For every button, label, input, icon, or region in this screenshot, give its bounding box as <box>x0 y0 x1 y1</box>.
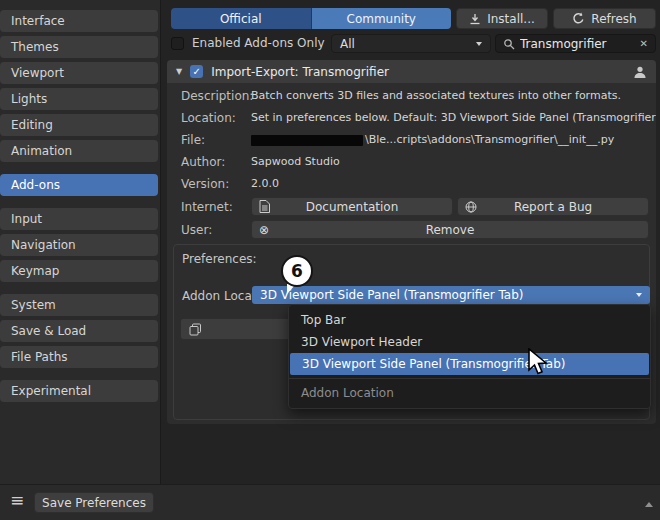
menu-item-3d-viewport-side-panel[interactable]: 3D Viewport Side Panel (Transmogrifier T… <box>290 353 649 375</box>
menu-footer-label: Addon Location <box>289 382 650 404</box>
addon-location-value: 3D Viewport Side Panel (Transmogrifier T… <box>260 288 524 302</box>
tab-official[interactable]: Official <box>171 8 311 29</box>
search-icon <box>503 38 515 50</box>
download-icon <box>469 13 481 25</box>
sidebar-item-experimental[interactable]: Experimental <box>0 380 158 402</box>
report-a-bug-label: Report a Bug <box>514 200 592 214</box>
copy-icon <box>189 323 202 336</box>
community-person-icon <box>633 65 647 79</box>
sidebar-item-navigation[interactable]: Navigation <box>0 234 158 256</box>
refresh-icon <box>572 12 585 25</box>
install-button[interactable]: Install... <box>456 8 548 29</box>
remove-label: Remove <box>426 223 475 237</box>
documentation-label: Documentation <box>306 200 399 214</box>
menu-item-3d-viewport-header[interactable]: 3D Viewport Header <box>289 331 650 353</box>
version-value: 2.0.0 <box>251 177 279 190</box>
description-row: Description: Batch converts 3D files and… <box>167 89 656 105</box>
enabled-addons-only-checkbox[interactable] <box>171 37 184 50</box>
description-value: Batch converts 3D files and associated t… <box>251 89 621 102</box>
sidebar-item-viewport[interactable]: Viewport <box>0 62 158 84</box>
sidebar-item-interface[interactable]: Interface <box>0 10 158 32</box>
preferences-sidebar: Interface Themes Viewport Lights Editing… <box>0 0 160 484</box>
author-value: Sapwood Studio <box>251 155 340 168</box>
clear-search-icon[interactable]: ✕ <box>640 39 648 49</box>
file-label: File: <box>181 133 205 147</box>
refresh-button[interactable]: Refresh <box>553 8 656 29</box>
author-label: Author: <box>181 155 225 169</box>
blender-preferences-window: Interface Themes Viewport Lights Editing… <box>0 0 660 520</box>
addons-panel: Official Community Install... Refresh En… <box>160 0 660 484</box>
sidebar-item-addons[interactable]: Add-ons <box>0 174 158 196</box>
preferences-label: Preferences: <box>182 252 257 266</box>
sidebar-item-input[interactable]: Input <box>0 208 158 230</box>
tab-community[interactable]: Community <box>311 8 452 29</box>
refresh-button-label: Refresh <box>591 12 636 26</box>
search-field[interactable]: ✕ <box>495 34 656 53</box>
version-row: Version: 2.0.0 <box>167 177 656 193</box>
scroll-up-icon[interactable] <box>645 502 653 507</box>
menu-item-top-bar[interactable]: Top Bar <box>289 309 650 331</box>
location-value: Set in preferences below. Default: 3D Vi… <box>251 111 656 124</box>
sidebar-group-gap <box>0 372 160 380</box>
user-label: User: <box>181 223 212 237</box>
sidebar-item-keymap[interactable]: Keymap <box>0 260 158 282</box>
sidebar-item-themes[interactable]: Themes <box>0 36 158 58</box>
save-preferences-button[interactable]: Save Preferences <box>34 492 154 513</box>
sidebar-group-gap <box>0 166 160 174</box>
annotation-step-badge: 6 <box>281 255 313 287</box>
globe-icon <box>465 201 477 213</box>
addon-location-dropdown[interactable]: 3D Viewport Side Panel (Transmogrifier T… <box>252 286 650 304</box>
sidebar-item-save-load[interactable]: Save & Load <box>0 320 158 342</box>
category-value: All <box>340 37 355 51</box>
install-button-label: Install... <box>487 12 535 26</box>
category-dropdown[interactable]: All <box>331 34 491 53</box>
sidebar-item-lights[interactable]: Lights <box>0 88 158 110</box>
chevron-down-icon <box>636 293 642 297</box>
search-input[interactable] <box>520 37 635 51</box>
remove-circle-icon: ⊗ <box>259 223 269 237</box>
addon-location-menu: Top Bar 3D Viewport Header 3D Viewport S… <box>288 304 651 409</box>
report-a-bug-button[interactable]: Report a Bug <box>457 197 649 216</box>
internet-label: Internet: <box>181 200 233 214</box>
redacted-text <box>251 135 363 146</box>
chevron-down-icon <box>476 42 482 46</box>
location-row: Location: Set in preferences below. Defa… <box>167 111 656 127</box>
mouse-cursor <box>526 348 550 380</box>
file-row: File: \Ble...cripts\addons\Transmogrifie… <box>167 133 656 149</box>
sidebar-group-gap <box>0 286 160 294</box>
sidebar-item-animation[interactable]: Animation <box>0 140 158 162</box>
addon-enable-checkbox[interactable]: ✓ <box>190 65 203 78</box>
version-label: Version: <box>181 177 229 191</box>
preferences-footer: ≡ Save Preferences <box>0 484 660 520</box>
sidebar-item-system[interactable]: System <box>0 294 158 316</box>
file-value: \Ble...cripts\addons\Transmogrifier\__in… <box>251 133 614 146</box>
sidebar-item-file-paths[interactable]: File Paths <box>0 346 158 368</box>
sidebar-group-gap <box>0 200 160 208</box>
addon-title: Import-Export: Transmogrifier <box>211 65 389 79</box>
document-icon <box>259 200 270 213</box>
addon-header[interactable]: ▼ ✓ Import-Export: Transmogrifier <box>167 60 656 83</box>
location-label: Location: <box>181 111 236 125</box>
remove-button[interactable]: ⊗ Remove <box>251 220 649 239</box>
menu-separator <box>289 378 650 379</box>
author-row: Author: Sapwood Studio <box>167 155 656 171</box>
sidebar-item-editing[interactable]: Editing <box>0 114 158 136</box>
save-preferences-label: Save Preferences <box>42 496 146 510</box>
documentation-button[interactable]: Documentation <box>251 197 453 216</box>
description-label: Description: <box>181 89 253 103</box>
repo-tabs: Official Community <box>171 8 451 29</box>
enabled-addons-only-label: Enabled Add-ons Only <box>192 36 325 50</box>
menu-icon[interactable]: ≡ <box>10 490 24 510</box>
collapse-triangle-icon[interactable]: ▼ <box>176 67 182 76</box>
